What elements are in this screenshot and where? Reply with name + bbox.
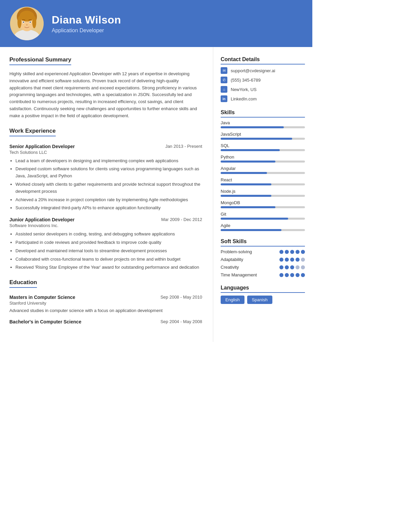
skill-name: React [221,177,305,182]
skill-dot [290,265,294,269]
edu-header-1: Masters in Computer Science Stanford Uni… [9,295,202,306]
contact-linkedin: in LinkedIn.com [221,95,305,102]
bullet-item: Received 'Rising Star Employee of the Ye… [15,264,202,271]
summary-section: Professional Summary Highly skilled and … [9,56,202,120]
left-column: Professional Summary Highly skilled and … [0,47,213,342]
linkedin-icon: in [221,95,227,102]
skill-dot [285,258,289,262]
skill-item: Angular [221,166,305,174]
skill-dot [290,250,294,254]
skill-dot [301,250,305,254]
job-item: Junior Application Developer Software In… [9,217,202,271]
skill-bar-bg [221,161,305,163]
email-text: support@cvdesigner.ai [231,68,275,73]
svg-point-7 [32,16,36,28]
education-section: Education Masters in Computer Science St… [9,279,202,324]
work-experience-title: Work Experience [9,128,56,136]
skill-bar-fill [221,206,275,208]
contact-section: Contact Details ✉ support@cvdesigner.ai … [221,56,305,102]
svg-point-6 [17,16,21,28]
job-info-2: Junior Application Developer Software In… [9,217,75,228]
job-title-1: Senior Application Developer [9,144,75,149]
skill-name: Python [221,154,305,160]
skill-dot [301,265,305,269]
skill-name: Java [221,120,305,125]
skill-dot [290,258,294,262]
skill-name: Angular [221,166,305,171]
edu-degree-1: Masters in Computer Science [9,295,75,300]
soft-skills-title: Soft Skills [221,238,305,247]
language-badges: EnglishSpanish [221,296,305,304]
soft-skill-item: Creativity [221,265,305,270]
skill-dot [296,250,300,254]
skill-dot [290,273,294,277]
edu-date-2: Sep 2004 - May 2008 [161,319,202,324]
edu-date-1: Sep 2008 - May 2010 [161,295,202,300]
skill-bar-bg [221,126,305,128]
edu-desc-1: Advanced studies in computer science wit… [9,307,202,314]
skill-name: Git [221,212,305,217]
skill-dot [296,258,300,262]
skill-dot [301,273,305,277]
svg-point-11 [30,21,31,23]
skill-bar-bg [221,149,305,151]
skills-title: Skills [221,109,305,118]
bullet-item: Worked closely with clients to gather re… [15,181,202,195]
soft-skill-name: Creativity [221,265,279,270]
location-text: NewYork, US [231,87,257,92]
skill-dots [279,250,305,254]
right-column: Contact Details ✉ support@cvdesigner.ai … [213,47,312,342]
education-item-1: Masters in Computer Science Stanford Uni… [9,295,202,314]
work-experience-section: Work Experience Senior Application Devel… [9,128,202,271]
contact-title: Contact Details [221,56,305,64]
bullet-item: Developed custom software solutions for … [15,166,202,180]
skill-bar-bg [221,172,305,174]
bullet-item: Developed and maintained internal tools … [15,248,202,255]
summary-text: Highly skilled and experienced Applicati… [9,71,202,120]
job-header-1: Senior Application Developer Tech Soluti… [9,144,202,155]
soft-skills-section: Soft Skills Problem-solvingAdaptabilityC… [221,238,305,277]
contact-location: ⌂ NewYork, US [221,86,305,93]
job-date-2: Mar 2009 - Dec 2012 [161,217,202,222]
skill-dot [285,265,289,269]
soft-skill-item: Time Management [221,272,305,277]
header-text: Diana Wilson Application Developer [52,14,121,34]
skill-dots [279,265,305,269]
skill-dot [279,265,283,269]
soft-skills-list: Problem-solvingAdaptabilityCreativityTim… [221,249,305,277]
phone-text: (555) 345-6789 [231,78,261,83]
soft-skill-item: Problem-solving [221,249,305,254]
skill-item: Node.js [221,189,305,197]
skill-name: JavaScript [221,132,305,137]
job-bullets-1: Lead a team of developers in designing a… [9,158,202,212]
education-item-2: Bachelor's in Computer Science Sep 2004 … [9,319,202,324]
job-date-1: Jan 2013 - Present [165,144,202,149]
skill-item: JavaScript [221,132,305,140]
header: Diana Wilson Application Developer [0,0,312,47]
skill-dots [279,273,305,277]
summary-title: Professional Summary [9,56,71,65]
bullet-item: Collaborated with cross-functional teams… [15,256,202,263]
job-item: Senior Application Developer Tech Soluti… [9,144,202,212]
skill-bar-bg [221,218,305,220]
linkedin-text: LinkedIn.com [231,96,257,101]
skill-item: Java [221,120,305,128]
skill-dot [285,250,289,254]
skill-bar-bg [221,183,305,185]
skill-bar-fill [221,126,284,128]
skill-item: SQL [221,143,305,151]
bullet-item: Achieved a 20% increase in project compl… [15,196,202,204]
main-content: Professional Summary Highly skilled and … [0,47,312,342]
skill-dot [285,273,289,277]
job-company-2: Software Innovations Inc. [9,223,75,228]
bullet-item: Assisted senior developers in coding, te… [15,231,202,238]
soft-skill-name: Problem-solving [221,249,279,254]
skill-bar-fill [221,229,281,231]
skill-dot [296,265,300,269]
skill-item: MongoDB [221,200,305,208]
skill-item: Agile [221,223,305,231]
skill-bar-bg [221,138,305,140]
languages-section: Languages EnglishSpanish [221,285,305,304]
job-bullets-2: Assisted senior developers in coding, te… [9,231,202,271]
skill-bar-fill [221,149,280,151]
